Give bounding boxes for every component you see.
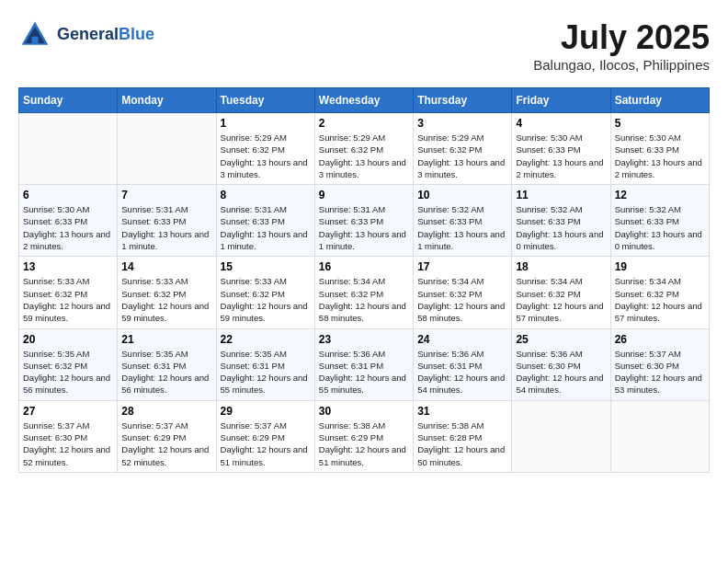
day-info: Sunrise: 5:37 AMSunset: 6:30 PMDaylight:… xyxy=(23,419,113,468)
day-number: 21 xyxy=(121,333,211,346)
day-info: Sunrise: 5:37 AMSunset: 6:30 PMDaylight:… xyxy=(615,348,705,396)
day-number: 1 xyxy=(221,117,311,130)
day-number: 3 xyxy=(417,117,507,130)
logo: GeneralBlue xyxy=(18,18,154,52)
day-number: 22 xyxy=(221,333,311,346)
day-info: Sunrise: 5:35 AMSunset: 6:31 PMDaylight:… xyxy=(221,348,311,396)
calendar-cell: 1Sunrise: 5:29 AMSunset: 6:32 PMDaylight… xyxy=(216,113,314,185)
day-info: Sunrise: 5:38 AMSunset: 6:29 PMDaylight:… xyxy=(319,419,409,468)
day-info: Sunrise: 5:30 AMSunset: 6:33 PMDaylight:… xyxy=(516,132,606,180)
calendar-cell: 11Sunrise: 5:32 AMSunset: 6:33 PMDayligh… xyxy=(512,185,610,257)
calendar-week-row: 13Sunrise: 5:33 AMSunset: 6:32 PMDayligh… xyxy=(19,257,710,328)
calendar-cell: 27Sunrise: 5:37 AMSunset: 6:30 PMDayligh… xyxy=(19,400,118,472)
calendar-cell: 31Sunrise: 5:38 AMSunset: 6:28 PMDayligh… xyxy=(414,400,512,472)
calendar-cell xyxy=(19,113,118,185)
calendar-cell: 17Sunrise: 5:34 AMSunset: 6:32 PMDayligh… xyxy=(414,257,512,328)
calendar-cell: 29Sunrise: 5:37 AMSunset: 6:29 PMDayligh… xyxy=(216,400,314,472)
day-info: Sunrise: 5:38 AMSunset: 6:28 PMDaylight:… xyxy=(417,419,507,468)
day-number: 11 xyxy=(516,189,606,201)
calendar-cell: 13Sunrise: 5:33 AMSunset: 6:32 PMDayligh… xyxy=(19,257,118,328)
calendar-week-row: 27Sunrise: 5:37 AMSunset: 6:30 PMDayligh… xyxy=(19,400,710,472)
calendar-cell: 4Sunrise: 5:30 AMSunset: 6:33 PMDaylight… xyxy=(512,113,610,185)
day-info: Sunrise: 5:35 AMSunset: 6:32 PMDaylight:… xyxy=(23,348,113,396)
day-info: Sunrise: 5:34 AMSunset: 6:32 PMDaylight:… xyxy=(319,275,409,324)
calendar-cell: 10Sunrise: 5:32 AMSunset: 6:33 PMDayligh… xyxy=(414,185,512,257)
day-info: Sunrise: 5:31 AMSunset: 6:33 PMDaylight:… xyxy=(221,203,311,252)
calendar-cell: 14Sunrise: 5:33 AMSunset: 6:32 PMDayligh… xyxy=(118,257,216,328)
day-number: 24 xyxy=(417,333,507,346)
weekday-header-monday: Monday xyxy=(118,88,216,113)
weekday-header-thursday: Thursday xyxy=(414,88,512,113)
calendar-cell: 7Sunrise: 5:31 AMSunset: 6:33 PMDaylight… xyxy=(118,185,216,257)
day-number: 6 xyxy=(23,189,113,201)
day-number: 4 xyxy=(516,117,606,130)
day-info: Sunrise: 5:33 AMSunset: 6:32 PMDaylight:… xyxy=(121,275,211,324)
day-info: Sunrise: 5:36 AMSunset: 6:31 PMDaylight:… xyxy=(417,348,507,396)
day-number: 16 xyxy=(319,260,409,273)
day-info: Sunrise: 5:36 AMSunset: 6:31 PMDaylight:… xyxy=(319,348,409,396)
day-info: Sunrise: 5:34 AMSunset: 6:32 PMDaylight:… xyxy=(516,275,606,324)
calendar-cell: 23Sunrise: 5:36 AMSunset: 6:31 PMDayligh… xyxy=(314,328,413,400)
day-number: 20 xyxy=(23,333,113,346)
day-info: Sunrise: 5:29 AMSunset: 6:32 PMDaylight:… xyxy=(417,132,507,180)
day-info: Sunrise: 5:32 AMSunset: 6:33 PMDaylight:… xyxy=(516,203,606,252)
calendar-cell: 19Sunrise: 5:34 AMSunset: 6:32 PMDayligh… xyxy=(610,257,709,328)
calendar-header: SundayMondayTuesdayWednesdayThursdayFrid… xyxy=(19,88,710,113)
day-info: Sunrise: 5:36 AMSunset: 6:30 PMDaylight:… xyxy=(516,348,606,396)
day-number: 13 xyxy=(23,260,113,273)
day-info: Sunrise: 5:32 AMSunset: 6:33 PMDaylight:… xyxy=(615,203,705,252)
calendar-cell: 24Sunrise: 5:36 AMSunset: 6:31 PMDayligh… xyxy=(414,328,512,400)
calendar-cell: 5Sunrise: 5:30 AMSunset: 6:33 PMDaylight… xyxy=(610,113,709,185)
calendar-cell xyxy=(118,113,216,185)
day-number: 9 xyxy=(319,189,409,201)
calendar-cell: 26Sunrise: 5:37 AMSunset: 6:30 PMDayligh… xyxy=(610,328,709,400)
calendar-cell: 15Sunrise: 5:33 AMSunset: 6:32 PMDayligh… xyxy=(216,257,314,328)
calendar-cell: 28Sunrise: 5:37 AMSunset: 6:29 PMDayligh… xyxy=(118,400,216,472)
day-info: Sunrise: 5:37 AMSunset: 6:29 PMDaylight:… xyxy=(221,419,311,468)
calendar-cell: 30Sunrise: 5:38 AMSunset: 6:29 PMDayligh… xyxy=(314,400,413,472)
day-number: 29 xyxy=(221,405,311,418)
day-number: 30 xyxy=(319,405,409,418)
weekday-header-friday: Friday xyxy=(512,88,610,113)
day-info: Sunrise: 5:29 AMSunset: 6:32 PMDaylight:… xyxy=(221,132,311,180)
day-info: Sunrise: 5:34 AMSunset: 6:32 PMDaylight:… xyxy=(615,275,705,324)
calendar-cell: 3Sunrise: 5:29 AMSunset: 6:32 PMDaylight… xyxy=(414,113,512,185)
day-number: 2 xyxy=(319,117,409,130)
weekday-header-tuesday: Tuesday xyxy=(216,88,314,113)
day-info: Sunrise: 5:29 AMSunset: 6:32 PMDaylight:… xyxy=(319,132,409,180)
day-info: Sunrise: 5:34 AMSunset: 6:32 PMDaylight:… xyxy=(417,275,507,324)
day-number: 28 xyxy=(121,405,211,418)
day-info: Sunrise: 5:30 AMSunset: 6:33 PMDaylight:… xyxy=(615,132,705,180)
day-info: Sunrise: 5:31 AMSunset: 6:33 PMDaylight:… xyxy=(121,203,211,252)
day-info: Sunrise: 5:33 AMSunset: 6:32 PMDaylight:… xyxy=(23,275,113,324)
day-number: 12 xyxy=(615,189,705,201)
calendar-cell xyxy=(610,400,709,472)
day-number: 8 xyxy=(221,189,311,201)
calendar-cell: 16Sunrise: 5:34 AMSunset: 6:32 PMDayligh… xyxy=(314,257,413,328)
day-number: 14 xyxy=(121,260,211,273)
day-info: Sunrise: 5:37 AMSunset: 6:29 PMDaylight:… xyxy=(121,419,211,468)
day-info: Sunrise: 5:33 AMSunset: 6:32 PMDaylight:… xyxy=(221,275,311,324)
weekday-header-saturday: Saturday xyxy=(610,88,709,113)
day-number: 17 xyxy=(417,260,507,273)
calendar-week-row: 6Sunrise: 5:30 AMSunset: 6:33 PMDaylight… xyxy=(19,185,710,257)
day-number: 31 xyxy=(417,405,507,418)
weekday-header-sunday: Sunday xyxy=(19,88,118,113)
svg-rect-2 xyxy=(31,37,38,43)
title-area: July 2025 Balungao, Ilocos, Philippines xyxy=(533,18,710,73)
day-info: Sunrise: 5:35 AMSunset: 6:31 PMDaylight:… xyxy=(121,348,211,396)
calendar-week-row: 20Sunrise: 5:35 AMSunset: 6:32 PMDayligh… xyxy=(19,328,710,400)
calendar-cell: 9Sunrise: 5:31 AMSunset: 6:33 PMDaylight… xyxy=(314,185,413,257)
day-number: 7 xyxy=(121,189,211,201)
day-number: 10 xyxy=(417,189,507,201)
logo-line1: GeneralBlue xyxy=(57,26,154,44)
calendar-cell: 25Sunrise: 5:36 AMSunset: 6:30 PMDayligh… xyxy=(512,328,610,400)
day-number: 25 xyxy=(516,333,606,346)
day-info: Sunrise: 5:32 AMSunset: 6:33 PMDaylight:… xyxy=(417,203,507,252)
calendar-subtitle: Balungao, Ilocos, Philippines xyxy=(533,57,710,73)
header: GeneralBlue July 2025 Balungao, Ilocos, … xyxy=(18,18,710,73)
day-number: 15 xyxy=(221,260,311,273)
day-info: Sunrise: 5:30 AMSunset: 6:33 PMDaylight:… xyxy=(23,203,113,252)
calendar-cell xyxy=(512,400,610,472)
calendar-cell: 22Sunrise: 5:35 AMSunset: 6:31 PMDayligh… xyxy=(216,328,314,400)
